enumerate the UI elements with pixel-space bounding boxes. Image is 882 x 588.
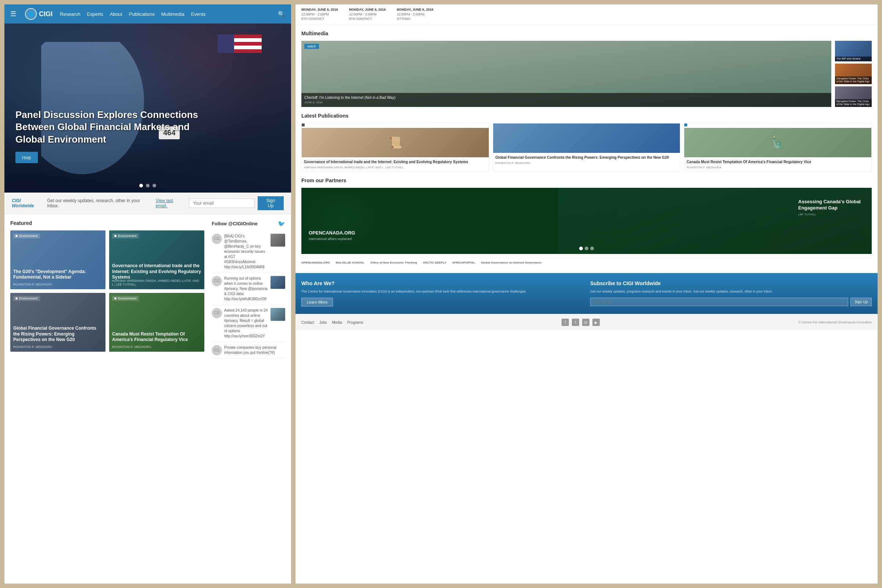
facebook-icon[interactable]: f — [561, 319, 569, 326]
card-3-author: ROHINTON P. MEDHORA — [13, 345, 102, 349]
pub-3-title: Canada Must Resist Temptation Of America… — [687, 159, 869, 164]
carousel-dot-2[interactable] — [146, 184, 150, 188]
nav-multimedia[interactable]: Multimedia — [161, 11, 184, 17]
event-3: MONDAY, JUNE 6, 2016 12:00PM - 2:00PM OT… — [396, 8, 433, 21]
card-4-title: Canada Must Resist Temptation Of America… — [112, 332, 201, 343]
footer-link-contact[interactable]: Contact — [302, 321, 314, 324]
rsvp-button[interactable]: rsvp — [15, 152, 38, 163]
card-1-author: ROHINTON P. MEDHORA — [13, 283, 102, 286]
site-logo[interactable]: 🌐 CIGI — [25, 8, 52, 20]
nav-publications[interactable]: Publications — [129, 11, 155, 17]
footer-link-programs[interactable]: Programs — [347, 321, 363, 324]
pub-card-1[interactable]: 📜 Governance of International trade and … — [302, 123, 489, 172]
partners-title: From our Partners — [302, 177, 872, 183]
hero-content: Panel Discussion Explores Connections Be… — [15, 109, 280, 163]
multimedia-section: Multimedia watch Chertoff: I'm Listening… — [296, 25, 878, 113]
partner-dot-2[interactable] — [585, 247, 588, 250]
pub-2-image — [493, 123, 680, 153]
multimedia-main-video[interactable]: watch Chertoff: I'm Listening to the Int… — [302, 41, 831, 107]
newsletter-email-input[interactable] — [189, 198, 255, 208]
carousel-dot-1[interactable] — [139, 184, 143, 188]
hero-section: 464 Panel Discussion Explores Connection… — [4, 24, 291, 193]
tweet-1-image — [270, 234, 285, 247]
follow-section: Follow @CIGIOnline 🐦 CG [BKA] CIGI's @To… — [212, 220, 285, 358]
right-panel: MONDAY, JUNE 6, 2016 12:00PM - 2:00PM 5T… — [296, 4, 878, 584]
nav-experts[interactable]: Experts — [87, 11, 103, 17]
left-panel: ☰ 🌐 CIGI Research Experts About Publicat… — [4, 4, 291, 584]
card-3-label: Environment — [13, 296, 40, 301]
partner-dot-1[interactable] — [579, 247, 583, 250]
card-2-title: Governance of International trade and th… — [112, 263, 201, 280]
featured-card-1[interactable]: Environment The G20's "Development" Agen… — [10, 230, 105, 289]
pub-3-image: 🗽 — [684, 128, 872, 157]
footer-links: Contact Jobs Media Programs — [302, 321, 363, 324]
partner-logo-1: OPENCANADA.ORG — [302, 261, 330, 264]
copyright-text: © Centre For International Governance In… — [798, 321, 872, 324]
tweet-1: CG [BKA] CIGI's @TomBernes, @BenHardy_C … — [212, 231, 285, 273]
pub-1-label — [302, 123, 489, 126]
tweet-3: CG Asked 24,143 people in 24 countries a… — [212, 305, 285, 342]
pub-card-2[interactable]: Global Financial Governance Confronts th… — [493, 123, 681, 172]
tweet-3-text: Asked 24,143 people in 24 countries abou… — [224, 308, 268, 339]
featured-card-2[interactable]: Environment Governance of International … — [109, 230, 204, 289]
main-content: Featured Environment The G20's "Developm… — [4, 214, 291, 364]
partner-logo-4: ARCTIC DEEPLY — [423, 261, 447, 264]
footer-link-jobs[interactable]: Jobs — [319, 321, 327, 324]
partner-right-content: Assessing Canada's Global Engagement Gap… — [798, 199, 864, 216]
newsletter-brand: CIGI Worldwide — [12, 198, 44, 208]
youtube-icon[interactable]: ▶ — [592, 319, 600, 326]
newsletter-link[interactable]: View last email. — [156, 198, 186, 208]
partner-logo-6: Global Governance on Internet Governance — [481, 261, 542, 264]
search-icon[interactable]: 🔍 — [278, 10, 285, 18]
linkedin-icon[interactable]: in — [582, 319, 590, 326]
pub-card-3[interactable]: 🗽 Canada Must Resist Temptation Of Ameri… — [684, 123, 872, 172]
pub-3-content: Canada Must Resist Temptation Of America… — [684, 157, 872, 171]
tweet-1-avatar: CG — [212, 234, 222, 244]
pub-1-image: 📜 — [302, 128, 489, 157]
hamburger-menu[interactable]: ☰ — [10, 10, 16, 18]
pub-3-author: ROHINTON P. MEDHORA — [687, 166, 869, 169]
partner-overlay — [302, 188, 872, 254]
featured-card-4[interactable]: Environment Canada Must Resist Temptatio… — [109, 293, 204, 352]
nav-events[interactable]: Events — [191, 11, 206, 17]
twitter-icon: 🐦 — [278, 220, 285, 227]
twitter-social-icon[interactable]: t — [572, 319, 579, 326]
footer-learn-more-button[interactable]: Learn More — [302, 298, 333, 306]
partner-logo-text: OPENCANADA.ORG — [309, 230, 355, 236]
nav-research[interactable]: Research — [60, 11, 81, 17]
featured-card-3[interactable]: Environment Global Financial Governance … — [10, 293, 105, 352]
hero-title: Panel Discussion Explores Connections Be… — [15, 109, 199, 146]
card-3-title: Global Financial Governance Confronts th… — [13, 326, 102, 343]
site-footer: Contact Jobs Media Programs f t in ▶ © C… — [296, 314, 878, 330]
tweet-4: CG Private companies buy personal inform… — [212, 342, 285, 358]
newsletter-signup-button[interactable]: Sign Up — [258, 196, 284, 210]
newsletter-description: Get our weekly updates, research, other … — [47, 198, 153, 208]
watch-badge: watch — [304, 44, 319, 49]
footer-email-input[interactable] — [590, 298, 848, 306]
footer-email-row: Sign Up — [590, 298, 872, 306]
pub-1-author: HARSHA VARDHANA SINGH, AHMED ABDEL-LATIF… — [304, 166, 487, 169]
carousel-dot-3[interactable] — [153, 184, 156, 188]
multimedia-sidebar: The IMF and Ukraine Disruptive Power: Th… — [835, 41, 872, 107]
hero-carousel-dots — [139, 184, 156, 188]
footer-about-title: Who Are We? — [302, 280, 583, 286]
footer-link-media[interactable]: Media — [332, 321, 342, 324]
header: ☰ 🌐 CIGI Research Experts About Publicat… — [4, 4, 291, 24]
partner-sub-text: international affairs explained — [309, 237, 352, 241]
multimedia-thumb-2[interactable]: Disruptive Power: The Crisis of the Stat… — [835, 64, 872, 84]
partner-logo-2: BALSILLIE SCHOOL — [336, 261, 364, 264]
footer-signup-button[interactable]: Sign Up — [850, 298, 872, 306]
tweet-2-image — [270, 276, 285, 289]
event-2: MONDAY, JUNE 6, 2016 12:00PM - 2:00PM 5T… — [349, 8, 386, 21]
multimedia-title: Multimedia — [302, 30, 872, 36]
events-bar: MONDAY, JUNE 6, 2016 12:00PM - 2:00PM 5T… — [296, 4, 878, 25]
nav-about[interactable]: About — [110, 11, 122, 17]
partner-right-author: LBF TUTHILL — [798, 213, 864, 216]
partner-dot-3[interactable] — [590, 247, 594, 250]
follow-title: Follow @CIGIOnline — [212, 221, 258, 226]
multimedia-thumb-3[interactable]: Disruptive Power: The Crisis of the Stat… — [835, 86, 872, 107]
multimedia-thumb-1[interactable]: The IMF and Ukraine — [835, 41, 872, 62]
footer-subscribe-text: Get our weekly updates, programs researc… — [590, 289, 872, 294]
footer-subscribe-title: Subscribe to CIGI Worldwide — [590, 280, 872, 286]
partners-slider: OPENCANADA.ORG international affairs exp… — [302, 188, 872, 254]
